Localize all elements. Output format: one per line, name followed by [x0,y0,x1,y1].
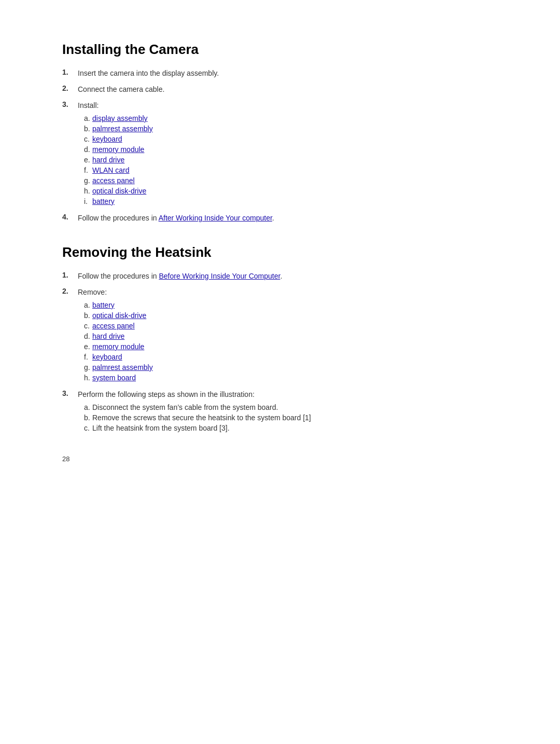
sub-letter: h. [78,187,92,195]
list-item: e. hard drive [78,156,498,164]
step-number: 3. [62,389,78,397]
memory-module-link[interactable]: memory module [92,145,144,154]
list-item: c. Lift the heatsink from the system boa… [78,424,498,432]
step-content: Install: a. display assembly b. palmrest… [78,100,498,208]
optical-disk-drive-link-2[interactable]: optical disk-drive [92,311,146,320]
step-number: 1. [62,271,78,279]
list-item: f. WLAN card [78,166,498,174]
sub-list: a. battery b. optical disk-drive c. acce… [78,301,498,382]
step-number: 2. [62,287,78,295]
list-item: g. palmrest assembly [78,363,498,371]
list-item: d. hard drive [78,332,498,340]
sub-letter: f. [78,166,92,174]
list-item: i. battery [78,197,498,205]
step-text: Follow the procedures in After Working I… [78,213,498,224]
list-item: b. Remove the screws that secure the hea… [78,414,498,422]
sub-letter: b. [78,414,92,422]
removing-heatsink-list: 1. Follow the procedures in Before Worki… [62,271,498,434]
keyboard-link[interactable]: keyboard [92,135,122,143]
sub-letter: g. [78,176,92,185]
step-text-after: . [280,272,282,280]
hard-drive-link[interactable]: hard drive [92,156,124,164]
access-panel-link-2[interactable]: access panel [92,322,135,330]
sub-item-text: Remove the screws that secure the heatsi… [92,414,311,422]
installing-camera-title: Installing the Camera [62,42,498,58]
step-text: Perform the following steps as shown in … [78,390,255,398]
sub-letter: g. [78,363,92,371]
list-item: a. display assembly [78,114,498,122]
sub-letter: f. [78,353,92,361]
list-item: 1. Follow the procedures in Before Worki… [62,271,498,282]
page-number: 28 [62,455,498,463]
system-board-link[interactable]: system board [92,374,136,382]
sub-letter: c. [78,424,92,432]
list-item: a. Disconnect the system fan’s cable fro… [78,403,498,411]
step-text: Insert the camera into the display assem… [78,68,498,79]
after-working-link[interactable]: After Working Inside Your computer [159,214,272,222]
keyboard-link-2[interactable]: keyboard [92,353,122,361]
hard-drive-link-2[interactable]: hard drive [92,332,124,340]
step-number: 2. [62,84,78,92]
step-content: Perform the following steps as shown in … [78,389,498,434]
step-text-before: Follow the procedures in [78,272,157,280]
list-item: 1. Insert the camera into the display as… [62,68,498,79]
list-item: 4. Follow the procedures in After Workin… [62,213,498,224]
battery-link[interactable]: battery [92,197,115,205]
step-text-after: . [272,214,274,222]
list-item: h. system board [78,374,498,382]
list-item: e. memory module [78,342,498,351]
step-text: Install: [78,101,99,109]
list-item: 2. Connect the camera cable. [62,84,498,95]
list-item: f. keyboard [78,353,498,361]
sub-item-text: Lift the heatsink from the system board … [92,424,230,432]
list-item: 2. Remove: a. battery b. optical disk-dr… [62,287,498,384]
list-item: d. memory module [78,145,498,154]
wlan-card-link[interactable]: WLAN card [92,166,130,174]
palmrest-assembly-link-2[interactable]: palmrest assembly [92,363,153,371]
removing-heatsink-title: Removing the Heatsink [62,244,498,260]
palmrest-assembly-link[interactable]: palmrest assembly [92,125,153,133]
list-item: a. battery [78,301,498,309]
sub-letter: e. [78,342,92,351]
list-item: b. palmrest assembly [78,125,498,133]
memory-module-link-2[interactable]: memory module [92,342,144,351]
sub-letter: c. [78,135,92,143]
step-text: Follow the procedures in Before Working … [78,271,498,282]
list-item: 3. Install: a. display assembly b. palmr… [62,100,498,208]
sub-letter: a. [78,301,92,309]
step-text: Remove: [78,288,107,296]
list-item: b. optical disk-drive [78,311,498,320]
access-panel-link[interactable]: access panel [92,176,135,185]
sub-letter: b. [78,125,92,133]
step-text: Connect the camera cable. [78,84,498,95]
step-number: 4. [62,213,78,221]
optical-disk-drive-link[interactable]: optical disk-drive [92,187,146,195]
sub-letter: b. [78,311,92,320]
step-number: 3. [62,100,78,108]
sub-letter: h. [78,374,92,382]
sub-item-text: Disconnect the system fan’s cable from t… [92,403,278,411]
sub-letter: d. [78,332,92,340]
list-item: c. access panel [78,322,498,330]
sub-letter: a. [78,403,92,411]
list-item: g. access panel [78,176,498,185]
step-content: Remove: a. battery b. optical disk-drive… [78,287,498,384]
installing-camera-section: Installing the Camera 1. Insert the came… [62,42,498,224]
sub-letter: e. [78,156,92,164]
installing-camera-list: 1. Insert the camera into the display as… [62,68,498,224]
step-number: 1. [62,68,78,76]
step-text-before: Follow the procedures in [78,214,157,222]
sub-letter: i. [78,197,92,205]
sub-list: a. Disconnect the system fan’s cable fro… [78,403,498,432]
before-working-link[interactable]: Before Working Inside Your Computer [159,272,280,280]
display-assembly-link[interactable]: display assembly [92,114,148,122]
sub-list: a. display assembly b. palmrest assembly… [78,114,498,205]
sub-letter: a. [78,114,92,122]
sub-letter: c. [78,322,92,330]
removing-heatsink-section: Removing the Heatsink 1. Follow the proc… [62,244,498,434]
sub-letter: d. [78,145,92,154]
battery-link-2[interactable]: battery [92,301,115,309]
list-item: h. optical disk-drive [78,187,498,195]
list-item: 3. Perform the following steps as shown … [62,389,498,434]
list-item: c. keyboard [78,135,498,143]
